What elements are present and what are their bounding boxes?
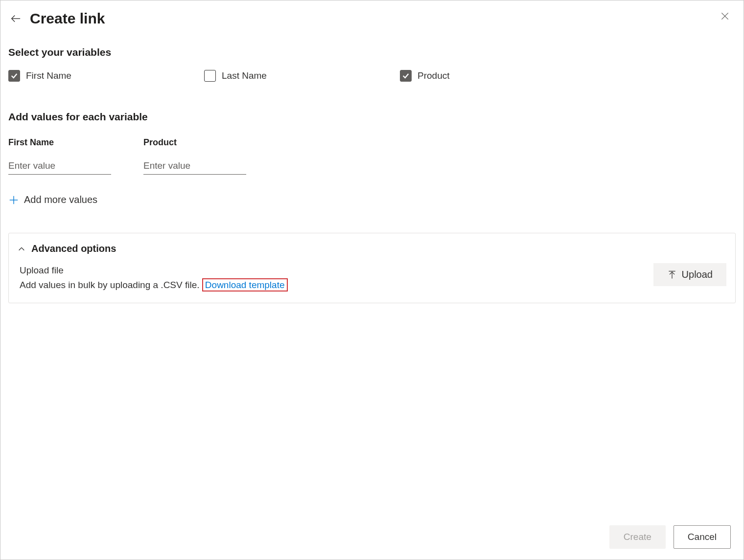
upload-file-title: Upload file [20,263,288,278]
upload-icon [667,270,677,280]
arrow-left-icon [10,13,21,24]
upload-file-desc: Add values in bulk by uploading a .CSV f… [20,280,200,290]
upload-button-label: Upload [682,269,713,280]
download-template-link[interactable]: Download template [202,278,288,291]
checkbox-last-name[interactable] [204,70,216,82]
upload-button[interactable]: Upload [653,263,726,286]
cancel-button[interactable]: Cancel [674,525,731,549]
variables-row: First Name Last Name Product [8,70,736,82]
select-variables-section: Select your variables First Name Last Na… [8,46,736,82]
checkmark-icon [10,72,18,80]
create-button[interactable]: Create [609,525,666,549]
back-button[interactable] [8,11,23,26]
checkbox-first-name[interactable] [8,70,20,82]
variable-label: First Name [26,70,71,81]
product-input[interactable] [143,157,246,175]
variable-label: Last Name [222,70,267,81]
checkbox-product[interactable] [400,70,412,82]
advanced-text: Upload file Add values in bulk by upload… [20,263,288,293]
advanced-options-heading: Advanced options [31,243,116,254]
close-button[interactable] [718,9,732,24]
advanced-options-toggle[interactable]: Advanced options [18,243,726,254]
variable-item-last-name: Last Name [204,70,400,82]
add-more-values-label: Add more values [24,194,97,205]
dialog-footer: Create Cancel [609,525,731,549]
add-values-heading: Add values for each variable [8,111,736,123]
variable-item-first-name: First Name [8,70,204,82]
dialog-title: Create link [30,10,105,27]
values-row: First Name Product [8,137,736,175]
variable-item-product: Product [400,70,596,82]
value-label: First Name [8,137,111,148]
add-more-values-button[interactable]: Add more values [8,194,97,205]
checkmark-icon [402,72,410,80]
chevron-up-icon [18,245,25,253]
value-field-first-name: First Name [8,137,111,175]
add-values-section: Add values for each variable First Name … [8,111,736,205]
first-name-input[interactable] [8,157,111,175]
upload-file-desc-line: Add values in bulk by uploading a .CSV f… [20,278,288,292]
close-icon [720,11,730,21]
value-label: Product [143,137,246,148]
value-field-product: Product [143,137,246,175]
variable-label: Product [418,70,449,81]
dialog-header: Create link [8,10,736,27]
plus-icon [8,195,19,205]
advanced-options-body: Upload file Add values in bulk by upload… [18,263,726,293]
advanced-options-panel: Advanced options Upload file Add values … [8,233,736,303]
select-variables-heading: Select your variables [8,46,736,58]
